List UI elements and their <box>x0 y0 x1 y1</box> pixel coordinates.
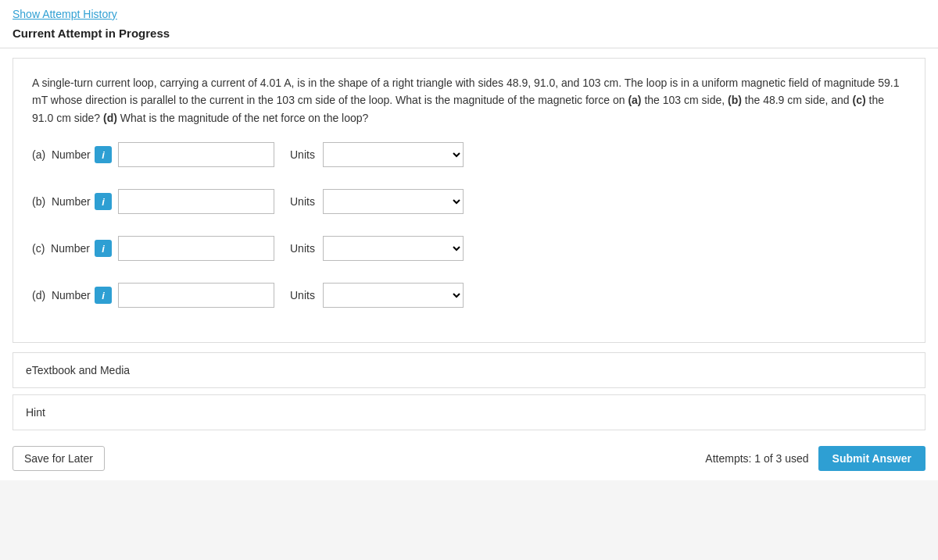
etextbook-label: eTextbook and Media <box>26 364 130 376</box>
info-button-c[interactable]: i <box>95 240 112 257</box>
bottom-right: Attempts: 1 of 3 used Submit Answer <box>705 446 925 471</box>
units-select-c[interactable] <box>323 236 464 261</box>
current-attempt-header: Current Attempt in Progress <box>0 23 938 48</box>
number-input-b[interactable] <box>118 189 274 214</box>
submit-answer-button[interactable]: Submit Answer <box>818 446 925 471</box>
answer-row-a: (a) Number i Units <box>32 142 906 167</box>
hint-header[interactable]: Hint <box>13 395 925 430</box>
units-label-d: Units <box>290 289 315 301</box>
page-wrapper: Show Attempt History Current Attempt in … <box>0 0 938 480</box>
info-button-a[interactable]: i <box>95 146 112 163</box>
units-select-a[interactable] <box>323 142 464 167</box>
divider-top <box>0 48 938 48</box>
hint-label: Hint <box>26 406 45 419</box>
number-input-d[interactable] <box>118 283 274 308</box>
units-label-a: Units <box>290 148 315 161</box>
units-select-d[interactable] <box>323 283 464 308</box>
show-attempt-history-link[interactable]: Show Attempt History <box>0 0 938 23</box>
hint-section[interactable]: Hint <box>13 394 925 430</box>
question-text: A single-turn current loop, carrying a c… <box>32 74 906 127</box>
answer-row-c: (c) Number i Units <box>32 236 906 261</box>
attempts-text: Attempts: 1 of 3 used <box>705 452 808 465</box>
answer-row-b: (b) Number i Units <box>32 189 906 214</box>
number-input-c[interactable] <box>118 236 274 261</box>
units-label-b: Units <box>290 195 315 208</box>
part-label-b: (b) Number <box>32 195 95 208</box>
units-label-c: Units <box>290 242 315 255</box>
question-box: A single-turn current loop, carrying a c… <box>13 58 925 343</box>
save-for-later-button[interactable]: Save for Later <box>13 446 105 471</box>
info-button-b[interactable]: i <box>95 193 112 210</box>
part-label-c: (c) Number <box>32 242 95 255</box>
bottom-bar: Save for Later Attempts: 1 of 3 used Sub… <box>0 437 938 480</box>
units-select-b[interactable] <box>323 189 464 214</box>
answer-row-d: (d) Number i Units <box>32 283 906 308</box>
etextbook-section[interactable]: eTextbook and Media <box>13 352 925 388</box>
info-button-d[interactable]: i <box>95 287 112 304</box>
number-input-a[interactable] <box>118 142 274 167</box>
etextbook-header[interactable]: eTextbook and Media <box>13 353 925 387</box>
part-label-d: (d) Number <box>32 289 95 301</box>
part-label-a: (a) Number <box>32 148 95 161</box>
